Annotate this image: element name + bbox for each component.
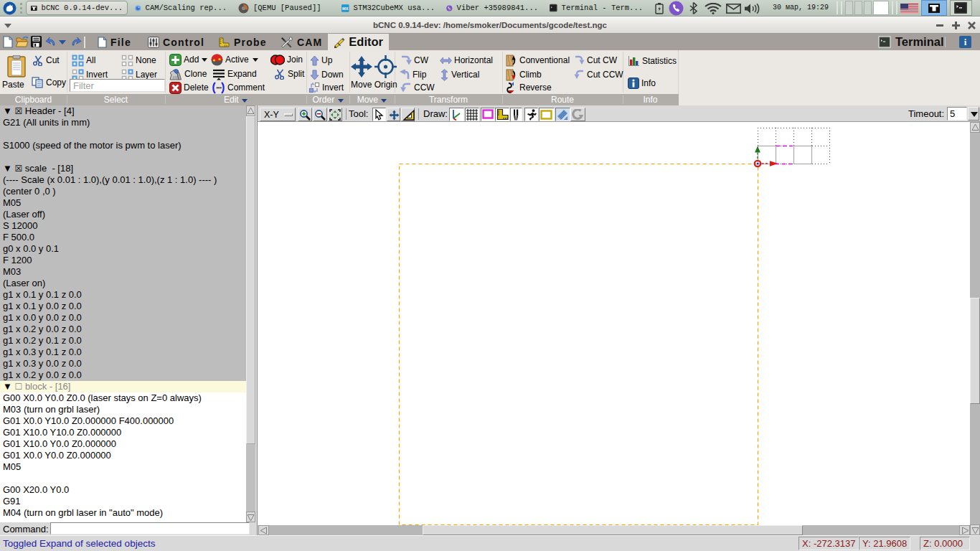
svg-text:MX: MX bbox=[342, 6, 349, 10]
